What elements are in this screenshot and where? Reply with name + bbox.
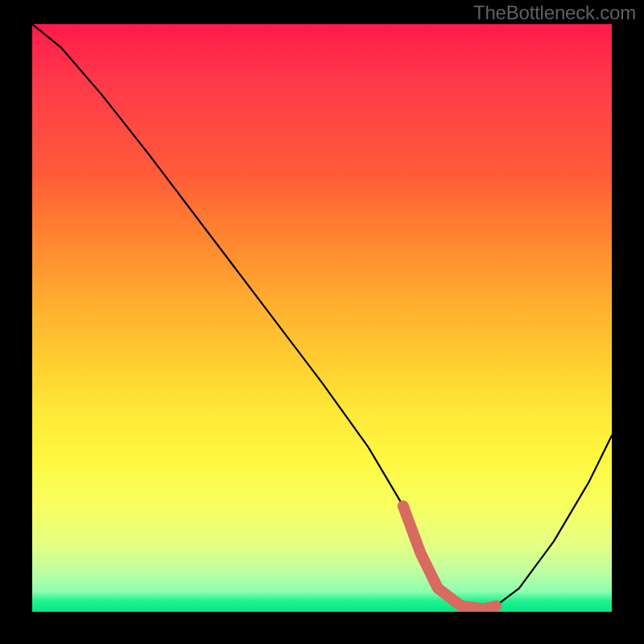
plot-area (32, 24, 612, 612)
curve-overlay (32, 24, 612, 612)
optimal-range-highlight (403, 506, 496, 609)
chart-frame: TheBottleneck.com (0, 0, 644, 644)
bottleneck-curve (32, 24, 612, 609)
watermark-text: TheBottleneck.com (473, 2, 636, 24)
